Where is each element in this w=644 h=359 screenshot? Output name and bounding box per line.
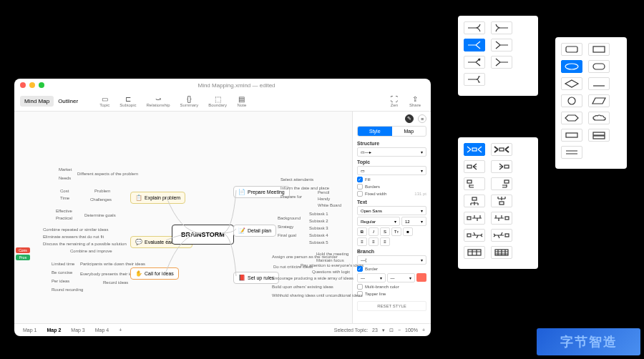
- leaf[interactable]: Participants write down their ideas: [80, 262, 145, 266]
- leaf[interactable]: Per ideas: [52, 279, 69, 283]
- shape-diamond[interactable]: [561, 77, 582, 90]
- struct-matrix[interactable]: [491, 246, 512, 259]
- align-center-btn[interactable]: ≡: [369, 237, 379, 246]
- leaf[interactable]: Needs: [59, 176, 71, 180]
- leaf[interactable]: Problem: [94, 189, 110, 193]
- tool-subtopic[interactable]: ⊏Subtopic: [115, 94, 140, 109]
- branch-select[interactable]: —⟨▾: [357, 255, 426, 265]
- central-topic[interactable]: BRAINSTORM: [172, 225, 234, 245]
- shape-circle[interactable]: [561, 94, 582, 107]
- minimize-window[interactable]: [29, 82, 35, 88]
- map-tab-2[interactable]: Map 2: [44, 326, 64, 334]
- cons-marker[interactable]: Cons: [16, 247, 30, 253]
- tab-style[interactable]: Style: [358, 127, 392, 136]
- struct-balanced-thick[interactable]: [491, 143, 512, 156]
- struct-logic-left[interactable]: [491, 160, 512, 173]
- node-explain[interactable]: 📋Explain problem: [130, 192, 185, 204]
- branch-curve-right[interactable]: [464, 21, 485, 34]
- leaf[interactable]: Eliminate answers that do not fit: [43, 235, 104, 239]
- shape-cloud[interactable]: [588, 112, 610, 124]
- map-tab-3[interactable]: Map 3: [68, 326, 87, 334]
- shape-underline[interactable]: [588, 77, 610, 90]
- leaf[interactable]: Strategy: [278, 225, 293, 229]
- case-btn[interactable]: Tт: [391, 227, 401, 236]
- mode-mindmap[interactable]: Mind Map: [20, 96, 54, 107]
- strike-btn[interactable]: S: [380, 227, 390, 236]
- leaf[interactable]: Practical: [56, 216, 72, 220]
- leaf[interactable]: Market: [59, 167, 72, 172]
- leaf[interactable]: Questions with logic: [312, 270, 350, 274]
- leaf[interactable]: Limited time: [52, 262, 74, 266]
- leaf[interactable]: Subtask 1: [309, 212, 328, 216]
- canvas[interactable]: Market Needs Cost Time Effective Practic…: [14, 112, 352, 323]
- map-tab-1[interactable]: Map 1: [20, 326, 39, 334]
- leaf[interactable]: Round recording: [52, 287, 83, 292]
- struct-table[interactable]: [464, 246, 485, 259]
- multibranch-check[interactable]: [357, 284, 363, 290]
- struct-logic-right[interactable]: [464, 160, 485, 173]
- struct-tree-left[interactable]: [491, 177, 512, 190]
- shape-capsule[interactable]: [588, 60, 610, 73]
- struct-org-down[interactable]: [464, 195, 485, 207]
- leaf[interactable]: Subtask 4: [309, 233, 328, 237]
- fill-check[interactable]: [357, 177, 363, 182]
- size-select[interactable]: 12▾: [401, 217, 426, 226]
- leaf[interactable]: Background: [278, 216, 301, 220]
- structure-select[interactable]: ▭—▸▾: [357, 147, 426, 157]
- struct-fishbone-r[interactable]: [464, 229, 485, 242]
- tool-topic[interactable]: ▭Topic: [95, 94, 114, 109]
- struct-timeline-h[interactable]: [464, 212, 485, 225]
- tool-summary[interactable]: {}Summary: [176, 94, 203, 109]
- inspect-icon[interactable]: ✎: [405, 114, 414, 123]
- leaf[interactable]: White Board: [318, 203, 341, 207]
- shape-parallelogram[interactable]: [588, 94, 610, 107]
- format-icon[interactable]: ≡: [418, 114, 426, 123]
- tool-boundary[interactable]: ⬚Boundary: [204, 94, 231, 109]
- leaf[interactable]: Build upon others' existing ideas: [272, 285, 333, 289]
- shape-hexagon[interactable]: [561, 112, 582, 124]
- struct-org-up[interactable]: [491, 195, 512, 207]
- tool-zen[interactable]: ⛶Zen: [385, 94, 404, 109]
- outline-toggle[interactable]: ⊡: [389, 328, 394, 333]
- align-right-btn[interactable]: ≡: [380, 237, 390, 246]
- branch-color-swatch[interactable]: [416, 273, 426, 282]
- branch-step-right[interactable]: [464, 73, 485, 86]
- close-window[interactable]: [20, 82, 26, 88]
- struct-tree-right[interactable]: [464, 177, 485, 190]
- zoom-out-btn[interactable]: −: [398, 328, 401, 333]
- topic-shape-select[interactable]: ▭▾: [357, 166, 426, 175]
- shape-single-line[interactable]: [561, 129, 582, 142]
- shape-ellipse[interactable]: [561, 60, 582, 73]
- fixed-width-check[interactable]: [357, 191, 363, 197]
- leaf[interactable]: Select attendants: [280, 177, 313, 182]
- branch-angle-left[interactable]: [491, 39, 512, 51]
- leaf[interactable]: Prepare for: [280, 195, 302, 199]
- maximize-window[interactable]: [39, 82, 44, 88]
- leaf[interactable]: Hold the meeting: [316, 252, 348, 256]
- branch-arrow-right[interactable]: [464, 56, 485, 69]
- map-tab-4[interactable]: Map 4: [92, 326, 112, 334]
- leaf[interactable]: Time: [60, 196, 69, 200]
- tool-share[interactable]: ⇪Share: [405, 94, 425, 109]
- struct-fishbone-l[interactable]: [491, 229, 512, 242]
- branch-curve-left[interactable]: [491, 21, 512, 34]
- tab-map[interactable]: Map: [392, 127, 426, 136]
- bold-btn[interactable]: B: [357, 227, 367, 236]
- leaf[interactable]: Subtask 5: [309, 240, 328, 245]
- struct-timeline-v[interactable]: [491, 212, 512, 225]
- node-call[interactable]: ✋Call for ideas: [130, 267, 179, 280]
- leaf[interactable]: Maintain focus: [316, 258, 344, 262]
- leaf[interactable]: Handy: [318, 197, 330, 201]
- shape-rounded-rect[interactable]: [561, 43, 582, 56]
- leaf[interactable]: Pay attention to everyone's ideas: [301, 263, 364, 267]
- color-btn[interactable]: ■: [403, 227, 413, 236]
- leaf[interactable]: Withhold sharing ideas until uncondition…: [272, 293, 362, 297]
- mode-outliner[interactable]: Outliner: [54, 96, 82, 107]
- leaf[interactable]: Encourage producing a wide array of idea…: [272, 276, 353, 280]
- leaf[interactable]: Different aspects of the problem: [77, 172, 138, 176]
- line-width-select[interactable]: —▾: [387, 273, 416, 282]
- line-style-select[interactable]: —▾: [357, 273, 386, 282]
- leaf[interactable]: Cost: [60, 189, 69, 193]
- border-check[interactable]: [357, 266, 363, 272]
- shape-stack[interactable]: [588, 129, 610, 142]
